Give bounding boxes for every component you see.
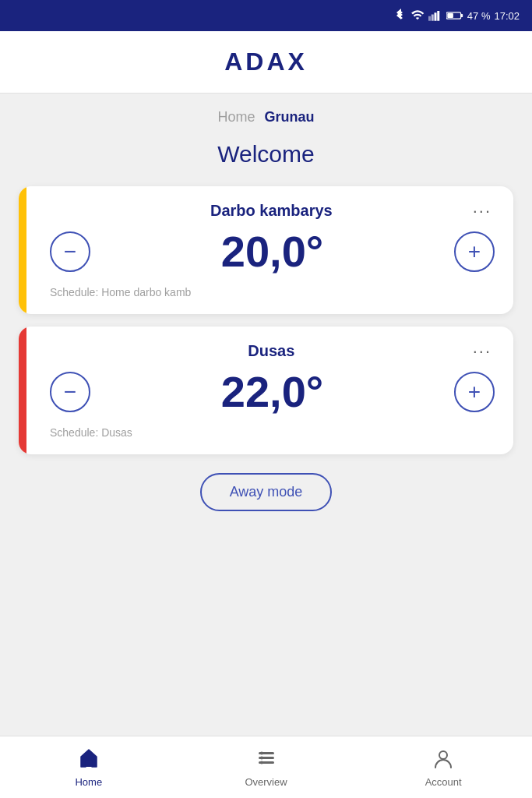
card-accent-1	[19, 186, 26, 314]
device-name-1: Darbo kambarys	[73, 202, 470, 220]
status-icons: 47 % 17:02	[396, 9, 520, 23]
clock: 17:02	[494, 10, 520, 22]
decrease-temp-1[interactable]: −	[50, 231, 90, 272]
signal-icon	[428, 10, 442, 21]
temp-row-2: − 22,0° +	[50, 366, 495, 417]
bluetooth-icon	[396, 9, 407, 23]
device-card-1: Darbo kambarys ··· − 20,0° + Schedule: H…	[19, 186, 513, 314]
card-header-1: Darbo kambarys ···	[50, 202, 495, 220]
temperature-2: 22,0°	[221, 366, 323, 417]
device-card-2: Dusas ··· − 22,0° + Schedule: Dusas	[19, 327, 513, 454]
decrease-temp-2[interactable]: −	[50, 372, 90, 412]
more-button-1[interactable]: ···	[470, 203, 495, 220]
card-header-2: Dusas ···	[50, 342, 495, 360]
svg-rect-1	[432, 15, 434, 21]
bottom-nav: Home Overview Account	[0, 736, 532, 798]
schedule-2: Schedule: Dusas	[50, 426, 495, 439]
home-nav-icon	[78, 747, 100, 773]
more-button-2[interactable]: ···	[470, 343, 495, 360]
increase-temp-1[interactable]: +	[454, 231, 495, 272]
battery-icon	[446, 11, 463, 20]
svg-rect-6	[447, 13, 453, 18]
card-accent-2	[19, 327, 26, 454]
schedule-1: Schedule: Home darbo kamb	[50, 286, 495, 298]
minus-icon-1: −	[64, 239, 76, 264]
nav-item-overview[interactable]: Overview	[178, 741, 355, 794]
breadcrumb-parent[interactable]: Home	[217, 109, 255, 125]
status-bar: 47 % 17:02	[0, 0, 532, 31]
overview-nav-icon	[255, 747, 277, 773]
nav-item-home[interactable]: Home	[0, 741, 178, 794]
card-content-2: Dusas ··· − 22,0° + Schedule: Dusas	[37, 342, 495, 439]
app-header: ADAX	[0, 31, 532, 94]
plus-icon-2: +	[468, 380, 481, 404]
svg-rect-0	[428, 16, 431, 21]
svg-rect-2	[434, 12, 436, 21]
svg-point-13	[260, 761, 263, 764]
temperature-1: 20,0°	[221, 226, 323, 277]
svg-point-12	[260, 756, 263, 759]
device-name-2: Dusas	[73, 342, 470, 360]
battery-percentage: 47 %	[467, 10, 491, 22]
main-content: Home Grunau Welcome Darbo kambarys ··· −…	[0, 94, 532, 736]
nav-item-account[interactable]: Account	[354, 741, 532, 794]
increase-temp-2[interactable]: +	[454, 372, 495, 412]
nav-label-home: Home	[75, 776, 102, 788]
nav-label-account: Account	[425, 776, 462, 788]
breadcrumb-current[interactable]: Grunau	[265, 109, 315, 125]
breadcrumb: Home Grunau	[19, 109, 513, 125]
svg-point-11	[260, 751, 263, 754]
svg-rect-3	[437, 11, 439, 21]
svg-rect-5	[460, 14, 463, 17]
minus-icon-2: −	[64, 380, 76, 404]
nav-label-overview: Overview	[245, 776, 287, 788]
card-content-1: Darbo kambarys ··· − 20,0° + Schedule: H…	[37, 202, 495, 298]
app-logo: ADAX	[224, 48, 308, 76]
svg-point-14	[439, 751, 447, 759]
account-nav-icon	[432, 747, 454, 773]
plus-icon-1: +	[468, 239, 481, 264]
temp-row-1: − 20,0° +	[50, 226, 495, 277]
svg-rect-7	[86, 761, 92, 767]
away-mode-container: Away mode	[19, 473, 513, 511]
wifi-icon	[410, 10, 425, 21]
welcome-title: Welcome	[19, 141, 513, 168]
away-mode-button[interactable]: Away mode	[200, 473, 333, 511]
